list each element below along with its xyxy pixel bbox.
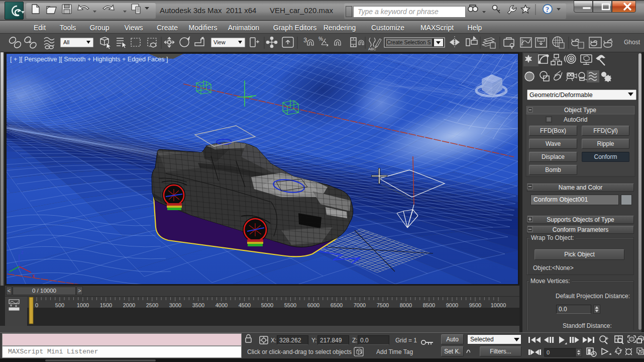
svg-text:7500: 7500 [377, 302, 389, 308]
svg-text:1000: 1000 [77, 302, 89, 308]
svg-text:View: View [213, 39, 226, 45]
svg-text:3: 3 [303, 36, 307, 44]
svg-text:3500: 3500 [192, 302, 204, 308]
svg-text:2000: 2000 [123, 302, 135, 308]
svg-text:10000: 10000 [491, 302, 506, 308]
svg-text:z: z [21, 249, 24, 255]
svg-text:?: ? [546, 6, 549, 14]
svg-text:x: x [32, 273, 35, 279]
svg-text:500: 500 [55, 302, 64, 308]
svg-text:1500: 1500 [100, 302, 112, 308]
svg-text:ABC: ABC [368, 47, 376, 51]
svg-text:All: All [63, 39, 69, 45]
svg-text:9500: 9500 [469, 302, 481, 308]
svg-text:0: 0 [547, 349, 550, 355]
svg-text:5000: 5000 [261, 302, 273, 308]
svg-text:Create Selection S: Create Selection S [387, 39, 431, 45]
svg-text:4000: 4000 [216, 302, 228, 308]
svg-text:6500: 6500 [331, 302, 343, 308]
svg-text:Ghost: Ghost [624, 39, 640, 46]
svg-text:AutoGrid: AutoGrid [564, 116, 587, 123]
svg-text:Object Type: Object Type [564, 107, 596, 114]
svg-text:Geometric/Deformable: Geometric/Deformable [529, 92, 593, 99]
svg-text:2500: 2500 [146, 302, 158, 308]
svg-text:6000: 6000 [307, 302, 319, 308]
svg-text:3000: 3000 [169, 302, 181, 308]
svg-text:0: 0 [35, 302, 38, 308]
svg-text:8500: 8500 [423, 302, 435, 308]
svg-text:4500: 4500 [239, 302, 251, 308]
svg-text:9000: 9000 [446, 302, 458, 308]
svg-text:8000: 8000 [400, 302, 412, 308]
svg-text:5500: 5500 [284, 302, 296, 308]
svg-text:7000: 7000 [354, 302, 366, 308]
svg-text:%: % [318, 36, 323, 42]
